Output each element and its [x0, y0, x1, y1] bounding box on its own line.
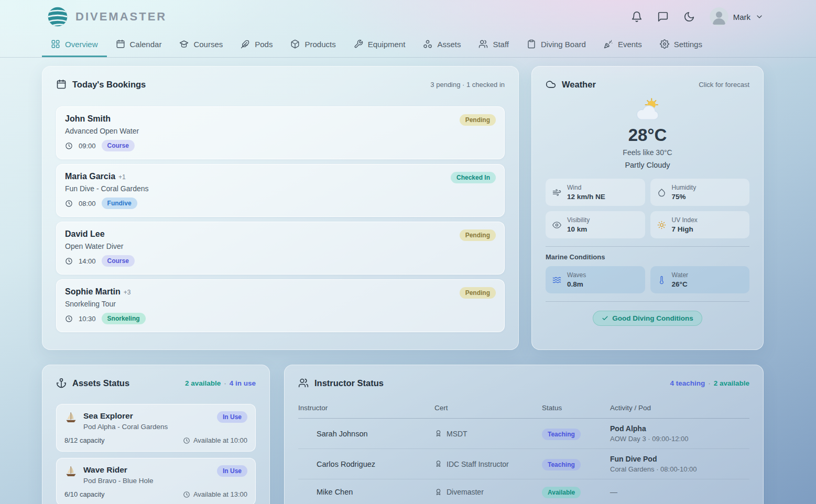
- stat-value: 10 km: [567, 225, 590, 233]
- cloud-icon: [546, 79, 556, 90]
- tab-label: Calendar: [130, 40, 162, 49]
- tab-assets[interactable]: Assets: [414, 34, 470, 57]
- instructor-name: Carlos Rodriguez: [298, 460, 434, 468]
- stat-label: Wind: [567, 184, 605, 191]
- asset-available-at: Available at 13:00: [193, 490, 247, 498]
- instructor-activity: Pod Alpha: [610, 424, 749, 433]
- booking-time: 09:00: [79, 142, 96, 150]
- col-instructor: Instructor: [298, 404, 434, 412]
- tab-products[interactable]: Products: [281, 34, 344, 57]
- booking-time: 14:00: [79, 257, 96, 265]
- booking-activity: Open Water Diver: [65, 242, 135, 250]
- instructor-row: Carlos Rodriguez IDC Staff Instructor Te…: [298, 449, 749, 479]
- anchor-icon: [56, 378, 67, 388]
- avatar: [710, 7, 728, 26]
- instructors-title: Instructor Status: [314, 378, 384, 388]
- stat-value: 26°C: [672, 280, 689, 288]
- instructor-status-card: Instructor Status 4 teaching·2 available…: [284, 365, 764, 504]
- asset-capacity: 8/12 capacity: [64, 436, 105, 444]
- assets-available-count: 2 available: [185, 379, 221, 387]
- tab-calendar[interactable]: Calendar: [107, 34, 171, 57]
- clock-icon: [65, 257, 73, 265]
- booking-list: John Smith Advanced Open Water 09:00 Cou…: [56, 106, 505, 332]
- diving-conditions-badge: Good Diving Conditions: [593, 311, 702, 326]
- tab-label: Staff: [493, 40, 509, 49]
- tab-diving-board[interactable]: Diving Board: [518, 34, 595, 57]
- tab-label: Events: [618, 40, 642, 49]
- top-bar: DIVEMASTER Mark: [0, 0, 816, 34]
- calendar-icon: [56, 79, 67, 90]
- instructor-row: Sarah Johnson MSDT Teaching Pod Alpha AO…: [298, 419, 749, 449]
- booking-status-badge: Pending: [460, 229, 496, 241]
- instructor-activity: —: [610, 488, 749, 496]
- dark-mode-moon-icon[interactable]: [683, 11, 695, 23]
- booking-name: David Lee: [65, 229, 105, 238]
- tab-events[interactable]: Events: [595, 34, 651, 57]
- asset-item[interactable]: Sea Explorer Pod Alpha - Coral Gardens I…: [56, 404, 256, 452]
- weather-card[interactable]: Weather Click for forecast 28°C Feels li…: [531, 66, 764, 350]
- weather-stat-humidity: Humidity 75%: [650, 179, 750, 206]
- assets-in-use-count: 4 in use: [230, 379, 256, 387]
- droplet-icon: [657, 188, 666, 197]
- booking-type-badge: Snorkeling: [102, 313, 146, 324]
- stat-label: Waves: [567, 271, 586, 279]
- notifications-bell-icon[interactable]: [631, 11, 643, 23]
- booking-status-badge: Pending: [460, 114, 496, 126]
- booking-item[interactable]: Maria Garcia+1 Fun Dive - Coral Gardens …: [56, 164, 505, 217]
- instructor-status-badge: Teaching: [542, 429, 581, 440]
- top-bar-actions: Mark: [631, 7, 764, 26]
- tab-overview[interactable]: Overview: [42, 34, 107, 57]
- booking-item[interactable]: John Smith Advanced Open Water 09:00 Cou…: [56, 106, 505, 159]
- booking-item[interactable]: Sophie Martin+3 Snorkeling Tour 10:30 Sn…: [56, 279, 505, 332]
- tab-equipment[interactable]: Equipment: [345, 34, 415, 57]
- asset-status-badge: In Use: [217, 411, 247, 423]
- weather-stat-visibility: Visibility 10 km: [546, 211, 645, 238]
- check-icon: [602, 315, 608, 322]
- instructors-title-row: Instructor Status: [298, 378, 384, 388]
- tab-courses[interactable]: Courses: [170, 34, 232, 57]
- brand-logo: DIVEMASTER: [46, 5, 167, 28]
- cert-badge-icon: [434, 488, 442, 496]
- stat-label: Visibility: [567, 216, 590, 224]
- booking-name: Maria Garcia: [65, 172, 115, 181]
- bookings-title: Today's Bookings: [72, 80, 146, 90]
- instructor-table-header: Instructor Cert Status Activity / Pod: [298, 404, 749, 419]
- divider: [546, 246, 749, 247]
- instructors-available-count: 2 available: [714, 379, 749, 387]
- clock-icon: [65, 142, 73, 150]
- instructor-name: Sarah Johnson: [298, 430, 434, 438]
- booking-item[interactable]: David Lee Open Water Diver 14:00 Course …: [56, 222, 505, 275]
- instructor-name: Mike Chen: [298, 488, 434, 496]
- user-menu[interactable]: Mark: [710, 7, 764, 26]
- weather-title-row: Weather: [546, 79, 596, 90]
- separator-dot: ·: [708, 379, 711, 387]
- user-name: Mark: [733, 13, 750, 21]
- assets-status-card: Assets Status 2 available·4 in use Sea E…: [42, 365, 270, 504]
- tab-settings[interactable]: Settings: [651, 34, 711, 57]
- booking-status-badge: Checked In: [451, 172, 496, 183]
- weather-feels-like: Feels like 30°C: [546, 148, 749, 157]
- bookings-summary: 3 pending · 1 checked in: [430, 81, 505, 89]
- instructor-activity: Fun Dive Pod: [610, 455, 749, 463]
- stat-value: 0.8m: [567, 280, 586, 288]
- col-activity-pod: Activity / Pod: [610, 404, 749, 412]
- asset-item[interactable]: Wave Rider Pod Bravo - Blue Hole In Use …: [56, 458, 256, 504]
- instructor-status-badge: Available: [542, 487, 581, 498]
- thermometer-icon: [657, 276, 666, 284]
- sun-icon: [657, 221, 666, 229]
- marine-stat-water: Water 26°C: [650, 266, 750, 293]
- waves-icon: [552, 276, 561, 284]
- tab-staff[interactable]: Staff: [470, 34, 518, 57]
- tab-label: Settings: [674, 40, 702, 49]
- asset-location: Pod Bravo - Blue Hole: [83, 477, 154, 485]
- booking-time: 10:30: [79, 315, 96, 323]
- booking-type-badge: Course: [102, 140, 135, 151]
- weather-condition: Partly Cloudy: [546, 161, 749, 169]
- eye-icon: [552, 221, 561, 229]
- asset-status-badge: In Use: [217, 465, 247, 477]
- tab-pods[interactable]: Pods: [232, 34, 281, 57]
- assets-counts: 2 available·4 in use: [185, 378, 256, 388]
- booking-type-badge: Course: [102, 255, 135, 267]
- asset-location: Pod Alpha - Coral Gardens: [83, 423, 168, 431]
- messages-chat-icon[interactable]: [657, 11, 669, 23]
